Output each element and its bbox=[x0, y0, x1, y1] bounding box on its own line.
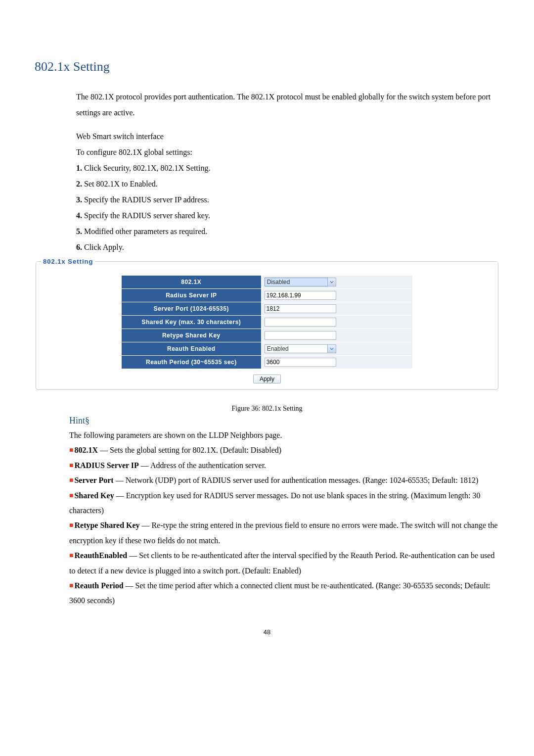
apply-button[interactable]: Apply bbox=[253, 375, 281, 383]
figure-caption: Figure 36: 802.1x Setting bbox=[35, 405, 499, 413]
page-number: 48 bbox=[35, 628, 499, 636]
step-line: 1. Click Security, 802.1X, 802.1X Settin… bbox=[76, 160, 499, 176]
text-input[interactable] bbox=[265, 358, 336, 367]
hint-term: Retype Shared Key bbox=[74, 521, 139, 529]
bullet-icon: ■ bbox=[69, 462, 73, 469]
text-input[interactable] bbox=[265, 331, 336, 340]
hint-term: 802.1X bbox=[74, 446, 98, 454]
step-line: 5. Modified other parameters as required… bbox=[76, 224, 499, 239]
hint-item: ■Server Port — Network (UDP) port of RAD… bbox=[69, 473, 499, 488]
hint-heading: Hint§ bbox=[69, 416, 499, 426]
form-field-cell bbox=[261, 356, 412, 369]
form-row: Reauth Period (30~65535 sec) bbox=[122, 356, 413, 369]
step-line: 4. Specify the RADIUS server shared key. bbox=[76, 208, 499, 224]
form-field-cell bbox=[261, 316, 412, 329]
form-field-cell: Enabled bbox=[261, 342, 412, 356]
form-row: Reauth EnabledEnabled bbox=[122, 342, 413, 356]
interface-line: Web Smart switch interface bbox=[76, 129, 499, 144]
settings-table: 802.1XDisabledRadius Server IPServer Por… bbox=[121, 275, 413, 369]
bullet-icon: ■ bbox=[69, 521, 73, 529]
form-row: Retype Shared Key bbox=[122, 329, 413, 342]
text-input[interactable] bbox=[265, 318, 336, 327]
form-label: Retype Shared Key bbox=[122, 329, 262, 342]
chevron-down-icon[interactable] bbox=[327, 345, 336, 353]
text-input[interactable] bbox=[265, 304, 336, 313]
form-row: 802.1XDisabled bbox=[122, 276, 413, 289]
hint-term: Reauth Period bbox=[74, 581, 123, 590]
hint-item: ■RADIUS Server IP — Address of the authe… bbox=[69, 458, 499, 473]
config-line: To configure 802.1X global settings: bbox=[76, 144, 499, 160]
hint-term: RADIUS Server IP bbox=[74, 461, 138, 470]
select-value: Enabled bbox=[265, 345, 327, 353]
select-dropdown[interactable]: Disabled bbox=[265, 278, 336, 286]
step-line: 3. Specify the RADIUS server IP address. bbox=[76, 192, 499, 208]
hint-item: ■Reauth Period — Set the time period aft… bbox=[69, 578, 499, 609]
hint-item: ■802.1X — Sets the global setting for 80… bbox=[69, 443, 499, 458]
chevron-down-icon[interactable] bbox=[327, 278, 336, 286]
bullet-icon: ■ bbox=[69, 476, 73, 484]
intro-text: The 802.1X protocol provides port authen… bbox=[76, 89, 499, 121]
bullet-icon: ■ bbox=[69, 582, 73, 589]
form-label: Reauth Period (30~65535 sec) bbox=[122, 356, 262, 369]
hint-item: ■ReauthEnabled — Set clients to be re-au… bbox=[69, 548, 499, 578]
hint-term: Server Port bbox=[74, 476, 113, 484]
select-dropdown[interactable]: Enabled bbox=[265, 344, 336, 353]
form-field-cell: Disabled bbox=[261, 276, 412, 289]
form-field-cell bbox=[261, 329, 412, 342]
fieldset-legend: 802.1x Setting bbox=[41, 258, 95, 265]
form-field-cell bbox=[261, 289, 412, 302]
hints-intro: The following parameters are shown on th… bbox=[69, 428, 499, 443]
bullet-icon: ■ bbox=[69, 446, 73, 454]
bullet-icon: ■ bbox=[69, 492, 73, 499]
section-heading: 802.1x Setting bbox=[35, 59, 499, 74]
select-value: Disabled bbox=[265, 278, 327, 286]
hint-term: Shared Key bbox=[74, 491, 114, 500]
form-label: Server Port (1024-65535) bbox=[122, 302, 262, 316]
form-label: Reauth Enabled bbox=[122, 342, 262, 356]
form-label: 802.1X bbox=[122, 276, 262, 289]
form-row: Radius Server IP bbox=[122, 289, 413, 302]
form-label: Shared Key (max. 30 characters) bbox=[122, 316, 262, 329]
bullet-icon: ■ bbox=[69, 552, 73, 559]
settings-fieldset: 802.1x Setting 802.1XDisabledRadius Serv… bbox=[36, 258, 498, 390]
form-label: Radius Server IP bbox=[122, 289, 262, 302]
hint-item: ■Shared Key — Encryption key used for RA… bbox=[69, 488, 499, 519]
hint-item: ■Retype Shared Key — Re-type the string … bbox=[69, 518, 499, 548]
form-row: Shared Key (max. 30 characters) bbox=[122, 316, 413, 329]
text-input[interactable] bbox=[265, 291, 336, 300]
form-field-cell bbox=[261, 302, 412, 316]
step-line: 2. Set 802.1X to Enabled. bbox=[76, 176, 499, 192]
hint-term: ReauthEnabled bbox=[74, 551, 127, 560]
step-line: 6. Click Apply. bbox=[76, 239, 499, 255]
form-row: Server Port (1024-65535) bbox=[122, 302, 413, 316]
